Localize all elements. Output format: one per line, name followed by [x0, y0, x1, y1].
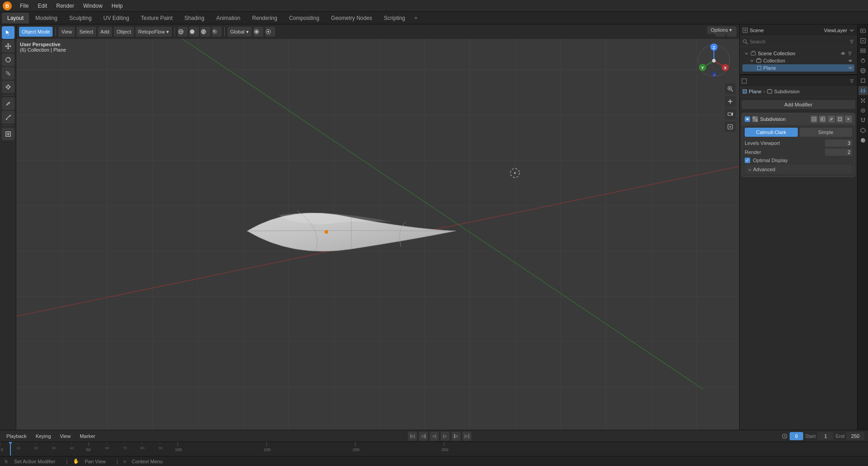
global-transform[interactable]: Global ▾	[228, 27, 252, 37]
advanced-section[interactable]: Advanced	[745, 165, 852, 174]
proportional-edit[interactable]	[265, 27, 275, 37]
tab-animation[interactable]: Animation	[211, 13, 246, 24]
modifier-visibility-toggle[interactable]	[745, 116, 750, 122]
plane-item[interactable]: Plane	[742, 64, 854, 72]
add-object-tool[interactable]	[2, 128, 15, 140]
menu-render[interactable]: Render	[53, 2, 78, 10]
physics-properties-icon[interactable]	[858, 106, 868, 115]
main-layout: Object Mode View Select Add Object Retop…	[0, 24, 868, 430]
tab-uv-editing[interactable]: UV Editing	[98, 13, 135, 24]
modifier-type-icon	[752, 116, 758, 122]
jump-start-button[interactable]: |◁	[408, 432, 417, 441]
tab-shading[interactable]: Shading	[179, 13, 210, 24]
svg-point-39	[729, 101, 731, 102]
modifier-render-icon[interactable]	[819, 115, 826, 123]
modifier-properties-icon active[interactable]	[858, 86, 868, 95]
svg-point-47	[514, 172, 516, 174]
transform-tool[interactable]	[2, 81, 15, 93]
play-reverse-button[interactable]: ◁	[430, 432, 439, 441]
catmull-clark-button[interactable]: Catmull-Clark	[745, 128, 798, 137]
modifier-cage-icon[interactable]	[836, 115, 844, 123]
marker-menu[interactable]: Marker	[77, 431, 98, 441]
simple-button[interactable]: Simple	[800, 128, 853, 137]
retopo-menu[interactable]: RetopoFlow ▾	[136, 27, 172, 37]
menu-help[interactable]: Help	[108, 2, 126, 10]
add-modifier-button[interactable]: Add Modifier	[742, 100, 855, 109]
modifier-close-icon[interactable]: ✕	[845, 115, 852, 123]
object-properties-icon[interactable]	[858, 76, 868, 85]
svg-point-56	[849, 67, 851, 68]
tab-modeling[interactable]: Modeling	[30, 13, 63, 24]
viewport-shading-material[interactable]	[200, 27, 210, 37]
visibility-icon[interactable]	[840, 51, 846, 56]
menu-window[interactable]: Window	[79, 2, 106, 10]
play-button[interactable]: ▷	[441, 432, 450, 441]
mode-selector[interactable]: Object Mode	[19, 27, 53, 37]
viewport-shading-solid[interactable]	[189, 27, 199, 37]
annotate-tool[interactable]	[2, 97, 15, 110]
navigation-gizmo[interactable]: Z X Y -Z	[696, 43, 732, 79]
end-frame-input[interactable]	[846, 432, 864, 440]
scale-tool[interactable]	[2, 67, 15, 80]
toolbar-sep-2	[175, 27, 175, 36]
playback-menu[interactable]: Playback	[4, 431, 29, 441]
constraints-properties-icon[interactable]	[858, 116, 868, 125]
jump-end-button[interactable]: ▷|	[462, 432, 471, 441]
snap-toggle[interactable]	[253, 27, 263, 37]
view-menu[interactable]: View	[58, 27, 75, 37]
move-tool[interactable]	[2, 40, 15, 53]
select-menu[interactable]: Select	[77, 27, 96, 37]
current-frame-display[interactable]: 6	[790, 432, 803, 440]
data-properties-icon[interactable]	[858, 126, 868, 135]
props-icon-small	[742, 78, 747, 84]
timeline-view-menu[interactable]: View	[57, 431, 73, 441]
rotate-tool[interactable]	[2, 53, 15, 66]
render-input[interactable]	[825, 149, 852, 156]
timeline-ruler[interactable]: 0 50 100 150 200 250 10 20 30 40 60 70	[0, 442, 868, 456]
start-frame-input[interactable]	[817, 432, 834, 440]
tab-texture-paint[interactable]: Texture Paint	[136, 13, 178, 24]
outliner-search-input[interactable]	[750, 39, 847, 44]
svg-text:30: 30	[52, 446, 56, 450]
tab-geometry-nodes[interactable]: Geometry Nodes	[325, 13, 378, 24]
object-menu[interactable]: Object	[114, 27, 134, 37]
viewlayer-properties-icon[interactable]	[858, 46, 868, 55]
keying-menu[interactable]: Keying	[33, 431, 54, 441]
menu-edit[interactable]: Edit	[34, 2, 51, 10]
viewport-shading-wire[interactable]	[178, 27, 188, 37]
modifier-realtime-icon[interactable]	[810, 115, 818, 123]
viewport-3d[interactable]: Object Mode View Select Add Object Retop…	[16, 24, 739, 430]
optimal-display-checkbox[interactable]: ✓	[745, 158, 750, 163]
viewport-shading-rendered[interactable]	[212, 27, 222, 37]
material-properties-icon[interactable]	[858, 136, 868, 145]
frame-selected-icon[interactable]	[725, 121, 736, 132]
svg-rect-59	[767, 90, 772, 93]
tab-layout[interactable]: Layout	[2, 13, 29, 24]
modifier-name: Subdivision	[760, 116, 809, 122]
world-properties-icon[interactable]	[858, 66, 868, 75]
filter-icon[interactable]	[847, 51, 853, 56]
particles-properties-icon[interactable]	[858, 96, 868, 105]
output-properties-icon[interactable]	[858, 36, 868, 45]
modifier-edit-icon[interactable]	[828, 115, 835, 123]
zoom-in-icon[interactable]	[725, 83, 736, 94]
pan-icon[interactable]	[725, 96, 736, 107]
levels-viewport-input[interactable]	[825, 139, 852, 147]
collection-item[interactable]: Collection	[742, 57, 854, 64]
next-keyframe-button[interactable]: |▷	[451, 432, 461, 441]
add-menu[interactable]: Add	[98, 27, 112, 37]
tab-compositing[interactable]: Compositing	[284, 13, 325, 24]
scene-properties-icon[interactable]	[858, 56, 868, 65]
menu-file[interactable]: File	[16, 2, 32, 10]
tab-rendering[interactable]: Rendering	[247, 13, 282, 24]
cursor-tool[interactable]	[2, 26, 15, 39]
prev-keyframe-button[interactable]: ◁|	[419, 432, 428, 441]
measure-tool[interactable]	[2, 111, 15, 124]
camera-view-icon[interactable]	[725, 109, 736, 120]
outliner-filter-btn[interactable]	[848, 77, 855, 85]
options-button[interactable]: Options ▾	[707, 26, 736, 34]
add-workspace-button[interactable]: +	[412, 14, 421, 23]
tab-sculpting[interactable]: Sculpting	[64, 13, 97, 24]
render-properties-icon[interactable]	[858, 26, 868, 35]
tab-scripting[interactable]: Scripting	[378, 13, 411, 24]
